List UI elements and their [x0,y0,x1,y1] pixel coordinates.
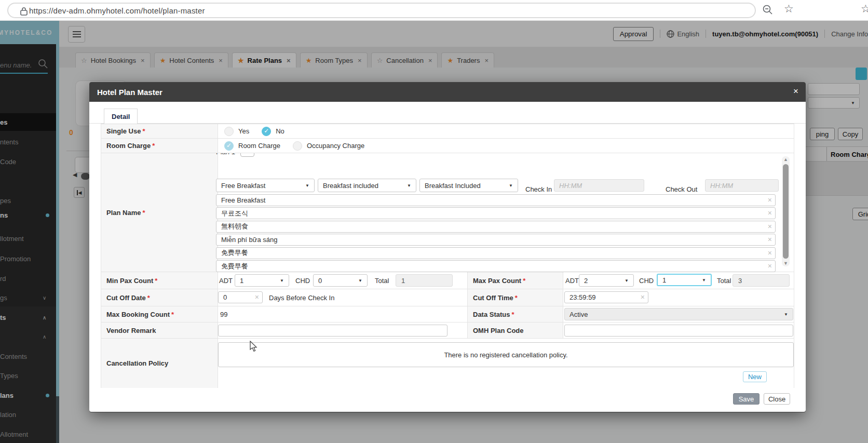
close-button[interactable]: Close [764,393,790,405]
clear-icon[interactable]: × [768,249,772,257]
check-out-label: Check Out [666,185,697,193]
plan-name-row: × [216,207,776,219]
total-label: Total [717,277,731,285]
cut-off-time-label: Cut Off Time* [467,289,563,306]
data-status-select[interactable]: Active▼ [564,308,793,320]
single-use-yes-radio[interactable] [224,127,234,136]
clear-icon[interactable]: × [768,262,772,270]
clear-icon[interactable]: × [768,209,772,217]
meal-name-select[interactable]: Breakfast included▼ [318,179,416,192]
max-adt-select[interactable]: 2▼ [579,274,634,287]
scroll-up-icon[interactable]: ▲ [782,157,790,162]
meal-type-select[interactable]: Free Breakfast▼ [216,179,315,192]
tab-detail[interactable]: Detail [104,109,138,124]
modal-form: Single Use* Yes No Room Charge* Room Cha [101,124,794,388]
meal-name-en-select[interactable]: Breakfast Included▼ [419,179,518,192]
row-cancellation: Cancellation Policy There is no register… [101,339,794,388]
plan-name-input-2[interactable] [216,221,776,233]
chevron-down-icon: ▼ [784,312,788,317]
min-adt-select[interactable]: 1▼ [235,274,289,287]
chevron-down-icon: ▼ [509,183,513,188]
close-icon[interactable]: × [793,86,798,97]
clear-icon[interactable]: × [255,293,259,301]
modal-title: Hotel Plan Master [97,88,162,97]
modal-tab-strip: Detail [89,102,806,124]
adt-label: ADT [565,277,579,285]
cancellation-policy-label: Cancellation Policy [101,339,218,388]
plan-name-row: × [216,234,776,246]
cut-off-date-label: Cut Off Date* [101,289,218,306]
clipped-control [240,153,254,157]
new-cancellation-button[interactable]: New [743,371,767,382]
browser-bar: https://dev-adm.ohmyhotel.com/hotel/plan… [0,0,868,21]
room-charge-label: Room Charge* [101,139,218,153]
row-plan-name: Plan Name* Plan 1 Free Breakfast▼ Breakf… [101,153,794,272]
max-pax-label: Max Pax Count* [467,272,563,289]
vendor-remark-input[interactable] [218,325,447,337]
min-chd-select[interactable]: 0▼ [313,274,368,287]
max-total-field: 3 [733,274,790,287]
plan-name-row: × [216,194,776,206]
max-booking-value: 99 [220,311,227,318]
chevron-down-icon: ▼ [305,183,309,188]
plan-name-label: Plan Name* [101,153,218,272]
modal-header: Hotel Plan Master × [89,82,806,102]
check-out-input[interactable] [705,179,779,192]
cancellation-empty-text: There is no registered cancellation poli… [444,351,567,359]
url-bar[interactable]: https://dev-adm.ohmyhotel.com/hotel/plan… [7,3,756,18]
screen: https://dev-adm.ohmyhotel.com/hotel/plan… [0,0,868,443]
plan-name-input-4[interactable] [216,247,776,259]
clipped-plan-row: Plan 1 [216,153,278,160]
cancellation-policy-box: There is no registered cancellation poli… [218,342,794,367]
plan-name-input-1[interactable] [216,207,776,219]
clear-icon[interactable]: × [768,196,772,204]
clear-icon[interactable]: × [641,293,645,301]
bookmark-star-icon[interactable]: ☆ [784,3,794,15]
data-status-label: Data Status* [467,306,563,322]
scrollbar-thumb[interactable] [783,164,789,259]
room-charge-radio[interactable] [224,141,234,151]
row-booking-status: Max Booking Count* 99 Data Status* Activ… [101,306,794,323]
occupancy-charge-label: Occupancy Charge [307,142,364,150]
clear-icon[interactable]: × [768,235,772,244]
plan-name-row: × [216,260,776,272]
plan-name-input-3[interactable] [216,234,776,246]
min-pax-label: Min Pax Count* [101,272,218,289]
scroll-down-icon[interactable]: ▼ [782,261,790,266]
single-use-no-radio[interactable] [262,127,271,136]
row-room-charge: Room Charge* Room Charge Occupancy Charg… [101,139,794,153]
plan-name-scrollbar[interactable]: ▲ ▼ [782,156,790,266]
max-booking-label: Max Booking Count* [101,306,218,322]
adt-label: ADT [219,277,233,285]
check-in-input[interactable] [554,179,644,192]
chevron-down-icon: ▼ [407,183,411,188]
max-chd-select[interactable]: 1▼ [657,274,712,286]
chd-label: CHD [639,277,654,285]
min-total-field: 1 [396,274,453,287]
occupancy-charge-radio[interactable] [293,141,302,151]
single-use-no-label: No [276,127,284,135]
plan-name-input-5[interactable] [216,260,776,272]
lock-icon [20,7,28,16]
clear-icon[interactable]: × [768,222,772,231]
row-single-use: Single Use* Yes No [101,124,794,139]
omh-plan-code-input[interactable] [564,325,793,337]
row-remark-code: Vendor Remark OMH Plan Code [101,323,794,339]
cut-off-time-input[interactable] [564,291,648,303]
plan-name-row: × [216,221,776,233]
zoom-out-icon[interactable] [762,4,774,16]
hotel-plan-master-modal: Hotel Plan Master × Detail Single Use* Y… [89,82,806,412]
single-use-yes-label: Yes [238,127,249,135]
plan-name-row: × [216,247,776,259]
row-cut-off: Cut Off Date* × Days Before Check In Cut… [101,289,794,306]
chd-label: CHD [295,277,310,285]
plan-name-input-0[interactable] [216,194,776,206]
omh-plan-code-label: OMH Plan Code [467,323,563,338]
total-label: Total [375,277,389,285]
url-text: https://dev-adm.ohmyhotel.com/hotel/plan… [29,6,205,15]
clipped-star-icon[interactable]: ☆ [861,3,868,15]
check-in-label: Check In [525,185,552,193]
row-pax-count: Min Pax Count* ADT 1▼ CHD 0▼ Total 1 Max… [101,272,794,289]
vendor-remark-label: Vendor Remark [101,323,218,338]
save-button[interactable]: Save [733,393,760,405]
